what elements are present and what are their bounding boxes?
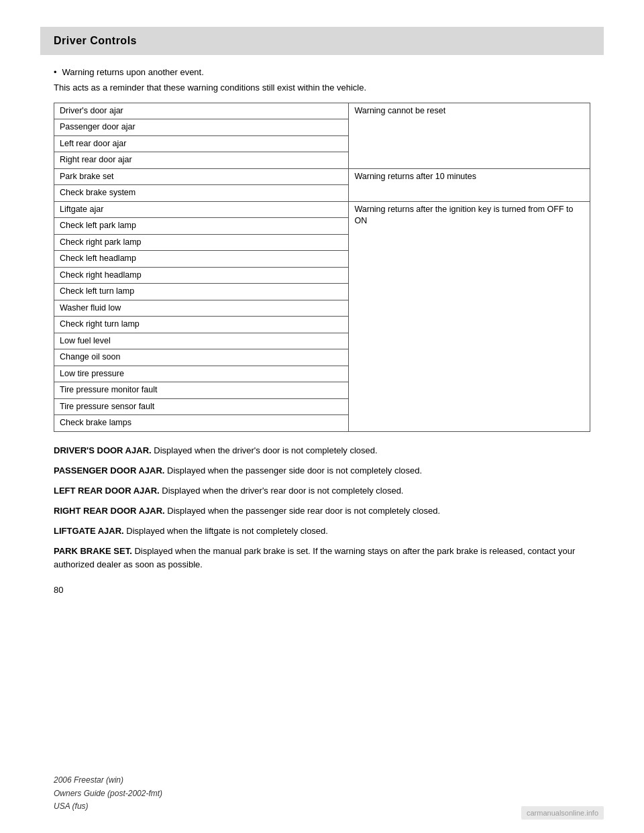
section-title: Driver Controls xyxy=(54,35,137,46)
description-block: PARK BRAKE SET. Displayed when the manua… xyxy=(54,545,590,571)
warning-table: Driver's door ajarWarning cannot be rese… xyxy=(54,103,590,432)
table-cell-warning: Passenger door ajar xyxy=(54,119,349,136)
table-cell-warning: Check left park lamp xyxy=(54,218,349,235)
table-cell-warning: Tire pressure monitor fault xyxy=(54,382,349,399)
footer-line2: Owners Guide (post-2002-fmt) xyxy=(54,787,162,800)
table-cell-description: Warning returns after the ignition key i… xyxy=(349,201,590,431)
footer: 2006 Freestar (win) Owners Guide (post-2… xyxy=(54,774,162,813)
descriptions-container: DRIVER'S DOOR AJAR. Displayed when the d… xyxy=(54,444,590,572)
table-cell-warning: Right rear door ajar xyxy=(54,152,349,169)
table-cell-warning: Check brake lamps xyxy=(54,415,349,432)
description-text: Displayed when the passenger side rear d… xyxy=(165,506,440,516)
description-block: DRIVER'S DOOR AJAR. Displayed when the d… xyxy=(54,444,590,457)
description-text: Displayed when the passenger side door i… xyxy=(164,465,422,476)
table-cell-warning: Park brake set xyxy=(54,168,349,185)
description-term: PASSENGER DOOR AJAR. xyxy=(54,465,164,476)
description-text: Displayed when the liftgate is not compl… xyxy=(124,526,328,536)
bullet-item: • Warning returns upon another event. xyxy=(54,67,590,77)
table-cell-warning: Check right headlamp xyxy=(54,267,349,284)
description-block: LIFTGATE AJAR. Displayed when the liftga… xyxy=(54,524,590,538)
table-row: Driver's door ajarWarning cannot be rese… xyxy=(54,103,590,119)
table-cell-warning: Check left turn lamp xyxy=(54,284,349,300)
description-term: DRIVER'S DOOR AJAR. xyxy=(54,445,152,455)
description-block: LEFT REAR DOOR AJAR. Displayed when the … xyxy=(54,484,590,498)
table-cell-warning: Driver's door ajar xyxy=(54,103,349,119)
table-cell-warning: Check right turn lamp xyxy=(54,317,349,333)
table-cell-warning: Washer fluid low xyxy=(54,300,349,317)
table-cell-warning: Check left headlamp xyxy=(54,251,349,268)
description-term: PARK BRAKE SET. xyxy=(54,546,132,556)
description-term: LEFT REAR DOOR AJAR. xyxy=(54,486,160,496)
page-number: 80 xyxy=(54,585,590,595)
description-term: RIGHT REAR DOOR AJAR. xyxy=(54,506,165,516)
footer-line1: 2006 Freestar (win) xyxy=(54,774,162,787)
description-text: Displayed when the manual park brake is … xyxy=(54,546,575,569)
table-row: Park brake setWarning returns after 10 m… xyxy=(54,168,590,185)
table-cell-description: Warning returns after 10 minutes xyxy=(349,168,590,201)
bullet-text: Warning returns upon another event. xyxy=(62,67,204,77)
table-cell-warning: Check brake system xyxy=(54,185,349,202)
table-row: Liftgate ajarWarning returns after the i… xyxy=(54,201,590,218)
watermark: carmanualsonline.info xyxy=(521,806,604,820)
table-cell-warning: Low fuel level xyxy=(54,333,349,349)
bullet-dot: • xyxy=(54,67,57,77)
table-cell-description: Warning cannot be reset xyxy=(349,103,590,168)
description-text: Displayed when the driver's door is not … xyxy=(152,445,378,455)
table-cell-warning: Change oil soon xyxy=(54,349,349,366)
footer-line3: USA (fus) xyxy=(54,800,162,813)
table-cell-warning: Low tire pressure xyxy=(54,366,349,382)
table-cell-warning: Liftgate ajar xyxy=(54,201,349,218)
description-block: PASSENGER DOOR AJAR. Displayed when the … xyxy=(54,464,590,478)
table-cell-warning: Left rear door ajar xyxy=(54,135,349,152)
page-container: Driver Controls • Warning returns upon a… xyxy=(0,0,644,833)
description-block: RIGHT REAR DOOR AJAR. Displayed when the… xyxy=(54,504,590,518)
description-term: LIFTGATE AJAR. xyxy=(54,526,124,536)
table-cell-warning: Check right park lamp xyxy=(54,234,349,251)
description-text: Displayed when the driver's rear door is… xyxy=(160,486,404,496)
section-header: Driver Controls xyxy=(40,27,604,55)
table-cell-warning: Tire pressure sensor fault xyxy=(54,398,349,415)
intro-paragraph: This acts as a reminder that these warni… xyxy=(54,81,590,95)
